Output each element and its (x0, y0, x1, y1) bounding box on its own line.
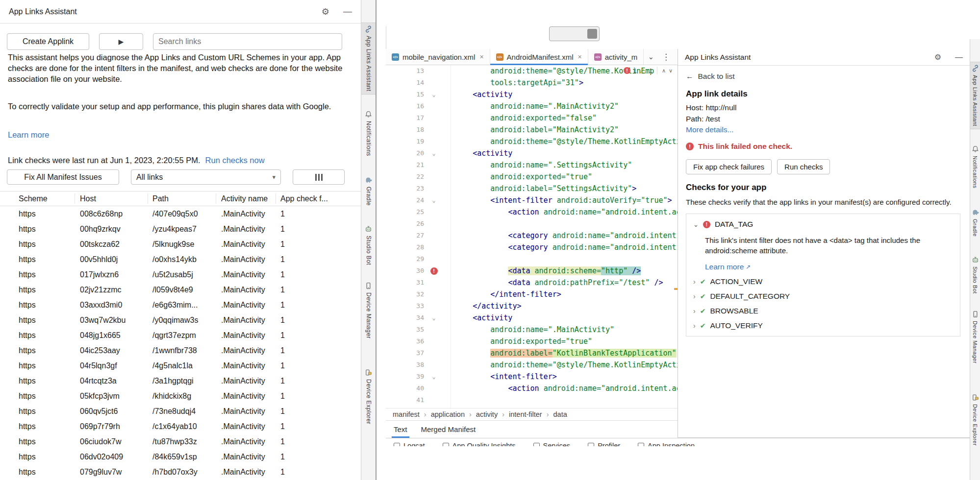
table-row[interactable]: https04ic253aay/1wwnfbr738.MainActivity1 (0, 343, 361, 358)
error-stripe-mark[interactable] (674, 288, 678, 290)
tool-strip-item-gradle[interactable]: Gradle (970, 206, 980, 239)
column-header[interactable]: App check f... (280, 194, 361, 203)
breadcrumb-item[interactable]: data (553, 410, 567, 418)
code-line[interactable]: 22 android:exported="true" (386, 171, 678, 183)
tool-strip-item-app-links-assistant[interactable]: App Links Assistant (361, 23, 376, 95)
chevron-right-icon[interactable]: › (693, 322, 696, 330)
tool-strip-item-app-links-assistant[interactable]: App Links Assistant (970, 62, 980, 129)
chevron-right-icon[interactable]: › (693, 307, 696, 315)
code-line[interactable]: 17 android:exported="false" (386, 112, 678, 124)
more-details-link[interactable]: More details... (686, 125, 962, 134)
minimize-icon[interactable]: — (343, 6, 352, 17)
editor-options-icon[interactable]: ⋮ (658, 49, 674, 65)
table-row[interactable]: https04r5lqn3gf/4g5nalc1la.MainActivity1 (0, 358, 361, 373)
tab-android-manifest-xml[interactable]: </> AndroidManifest.xml × (490, 49, 588, 65)
chevron-right-icon[interactable]: › (693, 278, 696, 286)
inspections-widget[interactable]: ! 1 ⚠ 1 ∧ ∨ (624, 67, 673, 74)
check-row-browsable[interactable]: ›✔BROWSABLE (693, 307, 953, 315)
table-row[interactable]: https05kfcp3jvm/khidckix8g.MainActivity1 (0, 388, 361, 404)
breadcrumb-item[interactable]: manifest (393, 410, 420, 418)
create-applink-button[interactable]: Create Applink (7, 33, 89, 50)
table-row[interactable]: https00hq9zrkqv/yzu4kpeas7.MainActivity1 (0, 221, 361, 237)
code-line[interactable]: 19 android:theme="@style/Theme.KotlinEmp… (386, 136, 678, 147)
code-line[interactable]: 40 <action android:name="android.intent.… (386, 383, 678, 394)
next-issue-icon[interactable]: ∨ (669, 68, 673, 74)
fold-icon[interactable]: ⌄ (424, 371, 444, 383)
breadcrumb-item[interactable]: activity (476, 410, 498, 418)
table-row[interactable]: https069p7r79rh/c1x64yab10.MainActivity1 (0, 419, 361, 434)
code-line[interactable]: 30! <data android:scheme="http" /> (386, 265, 678, 277)
fold-icon[interactable]: ⌄ (424, 147, 444, 159)
breadcrumb-item[interactable]: application (431, 410, 465, 418)
table-row[interactable]: https06ciudok7w/tu87hwp33z.MainActivity1 (0, 434, 361, 449)
fix-all-manifest-issues-button[interactable]: Fix All Manifest Issues (7, 169, 119, 185)
column-header[interactable]: Path (152, 194, 221, 203)
column-header[interactable]: Activity name (221, 194, 280, 203)
tab-activity-m[interactable]: </> activity_m (588, 49, 644, 65)
tool-window-button[interactable]: Logcat (394, 442, 425, 446)
run-checks-now-link[interactable]: Run checks now (205, 156, 265, 165)
table-row[interactable]: https00v5hhld0j/o0xhs14ykb.MainActivity1 (0, 252, 361, 267)
editor[interactable]: 13 android:theme="@style/Theme.KotlinEmp… (386, 65, 678, 408)
learn-more-link[interactable]: Learn more (8, 130, 49, 140)
tool-window-button[interactable]: Profiler (588, 442, 620, 446)
chevron-down-icon[interactable]: ⌄ (693, 221, 699, 228)
fold-icon[interactable]: ⌄ (424, 89, 444, 100)
tool-strip-item-studio-bot[interactable]: Studio Bot (970, 254, 980, 296)
hidden-tabs-chevron-icon[interactable]: ⌄ (644, 49, 658, 65)
search-links-input[interactable] (153, 33, 342, 50)
tab-text[interactable]: Text (394, 421, 407, 438)
check-row-default_category[interactable]: ›✔DEFAULT_CATEGORY (693, 292, 953, 301)
table-row[interactable]: https008c6z68np/407e09q5x0.MainActivity1 (0, 206, 361, 221)
table-row[interactable]: https06dv02o409/84k659v1sp.MainActivity1 (0, 449, 361, 464)
chevron-right-icon[interactable]: › (693, 292, 696, 300)
code-line[interactable]: 21 android:name=".SettingsActivity" (386, 159, 678, 171)
code-line[interactable]: 38 android:theme="@style/Theme.KotlinEmp… (386, 359, 678, 371)
code-line[interactable]: 34⌄ <activity (386, 312, 678, 324)
table-row[interactable]: https03axxd3mi0/e6g63mim....MainActivity… (0, 297, 361, 312)
column-settings-button[interactable] (293, 169, 345, 185)
tool-strip-item-device-explorer[interactable]: Device Explorer (361, 366, 376, 427)
code-line[interactable]: 39⌄ <intent-filter> (386, 371, 678, 383)
code-line[interactable]: 37 android:label="KotlinBlankTestApplica… (386, 347, 678, 359)
tool-strip-item-device-manager[interactable]: Device Manager (361, 280, 376, 341)
table-row[interactable]: https03wq7w2kbu/y0qqimaw3s.MainActivity1 (0, 312, 361, 328)
tool-strip-item-device-manager[interactable]: Device Manager (970, 308, 980, 366)
table-row[interactable]: https060qv5jct6/73ne8udqj4.MainActivity1 (0, 404, 361, 419)
minimize-icon[interactable]: — (955, 53, 963, 62)
fold-icon[interactable]: ⌄ (424, 312, 444, 324)
table-row[interactable]: https017jwlxzn6/u5t2usab5j.MainActivity1 (0, 267, 361, 282)
prev-issue-icon[interactable]: ∧ (662, 68, 666, 74)
tool-strip-item-studio-bot[interactable]: Studio Bot (361, 223, 376, 267)
links-filter-dropdown[interactable]: All links ▾ (131, 169, 281, 185)
code-line[interactable]: 26 (386, 218, 678, 230)
check-row-auto_verify[interactable]: ›✔AUTO_VERIFY (693, 321, 953, 330)
back-to-list-link[interactable]: ← Back to list (686, 72, 962, 81)
code-line[interactable]: 29 (386, 253, 678, 265)
code-line[interactable]: 16 android:name=".MainActivity2" (386, 100, 678, 112)
gear-icon[interactable]: ⚙ (934, 52, 941, 62)
tool-window-button[interactable]: App Quality Insights (443, 442, 516, 446)
tool-strip-item-device-explorer[interactable]: Device Explorer (970, 391, 980, 448)
gear-icon[interactable]: ⚙ (322, 6, 329, 17)
table-row[interactable]: https02jv21zzmc/l059v8t4e9.MainActivity1 (0, 282, 361, 297)
code-line[interactable]: 27 <category android:name="android.inten… (386, 230, 678, 241)
code-line[interactable]: 33 </activity> (386, 300, 678, 312)
tool-strip-item-notifications[interactable]: Notifications (970, 143, 980, 191)
play-button[interactable]: ▶ (99, 33, 143, 50)
learn-more-link[interactable]: Learn more ↗ (705, 263, 953, 271)
tool-strip-item-gradle[interactable]: Gradle (361, 174, 376, 208)
code-line[interactable]: 36 android:exported="true" (386, 336, 678, 347)
data-tag-check-row[interactable]: ⌄ ! DATA_TAG (693, 220, 953, 229)
table-row[interactable]: https00tskcza62/5lknugk9se.MainActivity1 (0, 237, 361, 252)
run-checks-button[interactable]: Run checks (777, 159, 830, 174)
fix-app-check-failures-button[interactable]: Fix app check failures (686, 159, 772, 174)
close-icon[interactable]: × (479, 53, 483, 61)
tab-mobile-navigation-xml[interactable]: </> mobile_navigation.xml × (386, 49, 490, 65)
close-icon[interactable]: × (578, 53, 582, 61)
code-line[interactable]: 31 <data android:pathPrefix="/test" /> (386, 277, 678, 288)
table-row[interactable]: https079g9luv7w/h7bd07ox3y.MainActivity1 (0, 464, 361, 480)
code-line[interactable]: 18 android:label="MainActivity2" (386, 124, 678, 136)
check-row-action_view[interactable]: ›✔ACTION_VIEW (693, 277, 953, 286)
breadcrumb-item[interactable]: intent-filter (509, 410, 542, 418)
